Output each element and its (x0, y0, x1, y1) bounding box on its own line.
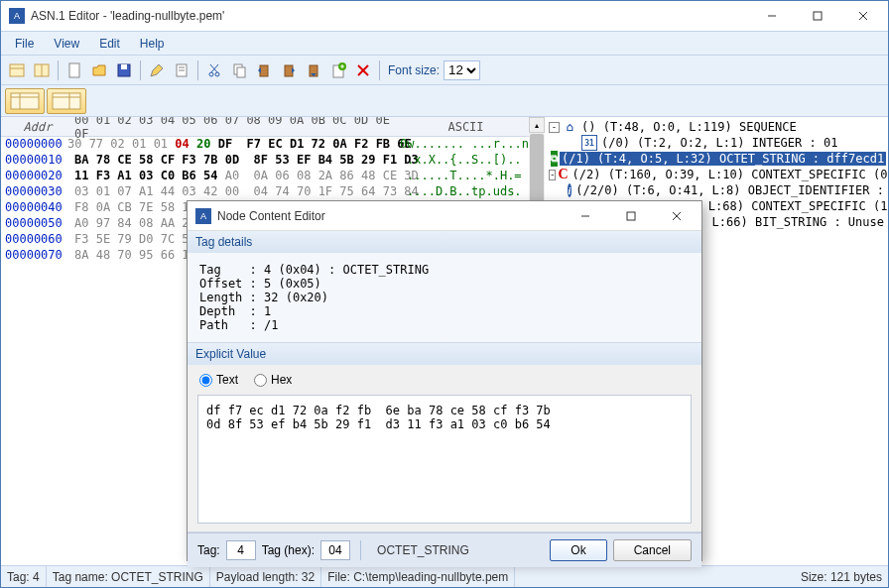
toolbar-sep (197, 60, 198, 80)
paste-before-icon[interactable] (252, 59, 276, 82)
viewmode-tree-icon[interactable] (47, 88, 86, 114)
dialog-maximize-button[interactable] (608, 201, 654, 231)
font-size-control: Font size: 12 (384, 60, 484, 80)
toolbar-view2-icon[interactable] (30, 59, 54, 82)
hex-addr: 00000070 (1, 248, 70, 264)
explicit-value-section: Explicit Value Text Hex df f7 ec d1 72 0… (188, 343, 701, 532)
font-size-label: Font size: (388, 63, 440, 77)
dialog-minimize-button[interactable] (563, 201, 608, 231)
maximize-button[interactable] (795, 1, 840, 31)
tree-label: (/0) (T:2, O:2, L:1) INTEGER : 01 (599, 136, 839, 150)
svg-point-15 (215, 72, 219, 76)
dialog-sep (360, 540, 361, 560)
cancel-button[interactable]: Cancel (613, 539, 692, 561)
tag-dec-label: Tag: (197, 543, 220, 557)
save-file-icon[interactable] (112, 59, 136, 82)
cut-icon[interactable] (202, 59, 226, 82)
value-textbox[interactable]: df f7 ec d1 72 0a f2 fb 6e ba 78 ce 58 c… (197, 395, 692, 524)
ok-button[interactable]: Ok (550, 539, 606, 561)
tag-name-display: OCTET_STRING (371, 543, 544, 557)
dialog-title: Node Content Editor (217, 209, 563, 223)
menubar: File View Edit Help (1, 31, 888, 55)
main-titlebar: A ASN.1 Editor - 'leading-nullbyte.pem' (1, 1, 888, 31)
edit-icon[interactable] (145, 59, 169, 82)
toolbar-view1-icon[interactable] (5, 59, 29, 82)
dialog-close-button[interactable] (654, 201, 699, 231)
menu-file[interactable]: File (5, 35, 44, 53)
radio-hex-input[interactable] (254, 374, 267, 387)
hex-row[interactable]: 0000003003 01 07 A1 44 03 42 00 04 74 70… (1, 184, 529, 200)
tree-expand-icon[interactable]: - (549, 170, 556, 180)
svg-point-14 (209, 72, 213, 76)
new-file-icon[interactable] (63, 59, 86, 82)
tree-row[interactable]: 31(/0) (T:2, O:2, L:1) INTEGER : 01 (547, 135, 886, 151)
dialog-icon: A (195, 208, 211, 224)
svg-line-16 (211, 64, 218, 72)
radio-text-input[interactable] (199, 374, 212, 387)
menu-view[interactable]: View (44, 35, 89, 53)
tree-label: (/2/0) (T:6, O:41, L:8) OBJECT_IDENTIFIE… (573, 183, 886, 197)
status-file: File: C:\temp\leading-nullbyte.pem (321, 566, 515, 587)
tree-row[interactable]: -⌂() (T:48, O:0, L:119) SEQUENCE (547, 119, 886, 135)
tag-details-title: Tag details (188, 231, 701, 253)
hex-row[interactable]: 0000000030 77 02 01 01 04 20 DF F7 EC D1… (1, 137, 529, 153)
svg-rect-10 (121, 64, 127, 69)
open-file-icon[interactable] (87, 59, 111, 82)
hex-bytes: 03 01 07 A1 44 03 42 00 04 74 70 1F 75 6… (70, 184, 403, 200)
scroll-up-icon[interactable]: ▴ (529, 117, 545, 133)
close-button[interactable] (840, 1, 886, 31)
tag-details-section: Tag details Tag : 4 (0x04) : OCTET_STRIN… (188, 231, 701, 343)
window-title: ASN.1 Editor - 'leading-nullbyte.pem' (31, 9, 749, 23)
svg-rect-1 (814, 12, 822, 20)
tree-expand-icon[interactable]: - (549, 122, 560, 133)
delete-icon[interactable] (351, 59, 375, 82)
hex-addr: 00000000 (1, 137, 64, 153)
radio-hex[interactable]: Hex (254, 373, 292, 387)
svg-rect-21 (285, 65, 293, 76)
hex-bytes: BA 78 CE 58 CF F3 7B 0D 8F 53 EF B4 5B 2… (70, 153, 403, 169)
svg-rect-8 (69, 63, 79, 77)
app-icon: A (9, 8, 25, 24)
svg-rect-4 (10, 64, 24, 76)
paste-after-icon[interactable] (277, 59, 301, 82)
tree-info-icon: i (568, 183, 572, 197)
paste-child-icon[interactable] (302, 59, 325, 82)
hex-addr: 00000050 (1, 216, 70, 232)
menu-help[interactable]: Help (130, 35, 175, 53)
radio-text[interactable]: Text (199, 373, 238, 387)
svg-rect-29 (11, 93, 39, 109)
add-node-icon[interactable] (326, 59, 350, 82)
hex-header: Addr 00 01 02 03 04 05 06 07 08 09 0A 0B… (1, 117, 529, 137)
copy-icon[interactable] (227, 59, 251, 82)
dialog-titlebar: A Node Content Editor (188, 201, 701, 231)
status-payload: Payload length: 32 (210, 566, 321, 587)
hex-ascii: .x.X..{..S..[).. (403, 153, 529, 169)
menu-edit[interactable]: Edit (89, 35, 130, 53)
viewmode-bar (1, 84, 888, 116)
tree-row[interactable]: -C(/2) (T:160, O:39, L:10) CONTEXT_SPECI… (547, 167, 886, 182)
hex-ascii: 0w....... ...r...n (396, 137, 529, 153)
svg-rect-20 (260, 65, 268, 76)
font-size-select[interactable]: 12 (444, 60, 480, 80)
tag-hex-input[interactable] (320, 540, 350, 560)
hex-row[interactable]: 0000002011 F3 A1 03 C0 B6 54 A0 0A 06 08… (1, 169, 529, 184)
tree-n31-icon: 31 (581, 135, 597, 151)
viewmode-hex-icon[interactable] (5, 88, 45, 114)
hex-bytes: 30 77 02 01 01 04 20 DF F7 EC D1 72 0A F… (64, 137, 396, 153)
hex-addr-header: Addr (1, 120, 70, 134)
svg-line-17 (210, 64, 217, 72)
hex-addr: 00000040 (1, 200, 70, 216)
tag-dec-input[interactable] (226, 540, 256, 560)
hex-addr: 00000060 (1, 232, 70, 248)
minimize-button[interactable] (749, 1, 795, 31)
tree-row[interactable]: i(/2/0) (T:6, O:41, L:8) OBJECT_IDENTIFI… (547, 182, 886, 198)
svg-rect-32 (53, 93, 80, 109)
hex-addr: 00000030 (1, 184, 70, 200)
hex-bytes: 11 F3 A1 03 C0 B6 54 A0 0A 06 08 2A 86 4… (70, 169, 403, 184)
notes-icon[interactable] (170, 59, 193, 82)
svg-rect-36 (627, 212, 635, 220)
tree-label: (/2) (T:160, O:39, L:10) CONTEXT_SPECIFI… (571, 168, 888, 181)
hex-row[interactable]: 00000010BA 78 CE 58 CF F3 7B 0D 8F 53 EF… (1, 153, 529, 169)
hex-addr: 00000010 (1, 153, 70, 169)
tree-row[interactable]: ⧉(/1) (T:4, O:5, L:32) OCTET_STRING : df… (547, 151, 886, 167)
